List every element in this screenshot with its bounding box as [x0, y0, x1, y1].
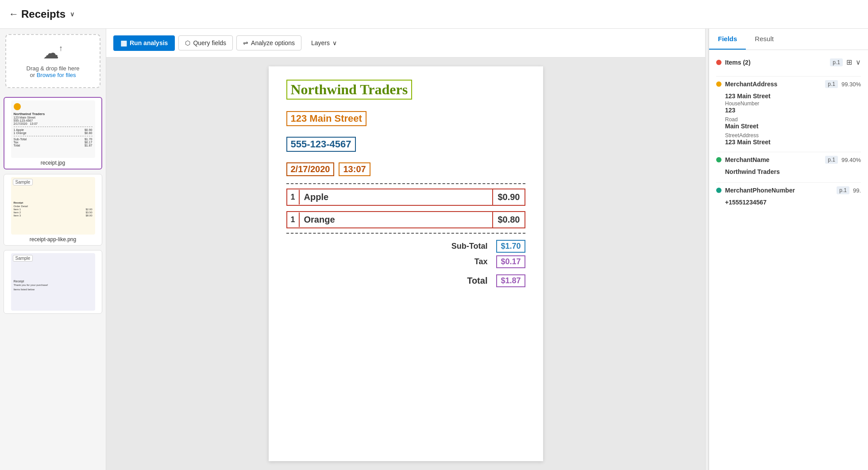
- field-dot-merchant-phone: [716, 188, 721, 193]
- sample-badge-2: Sample: [13, 255, 33, 262]
- tax-label: Tax: [434, 257, 487, 266]
- file-name-receipt: receipt.jpg: [41, 160, 65, 166]
- center-toolbar: ▦ Run analysis ⬡ Query fields ⇌ Analyze …: [106, 29, 705, 58]
- file-thumbnail-sample1: Sample Receipt Order Detail Item 1$2.00 …: [11, 177, 95, 235]
- field-name-items: Items (2): [725, 59, 826, 66]
- main-layout: ☁↑ Drag & drop file here or Browse for f…: [0, 29, 868, 470]
- field-expand-items[interactable]: ∨: [856, 58, 861, 66]
- field-header-items: Items (2) p.1 ⊞ ∨: [716, 54, 861, 70]
- tax-value: $0.17: [496, 255, 525, 268]
- title-caret-icon[interactable]: ∨: [70, 11, 74, 18]
- mini-receipt-preview: Northwind Traders 123 Main Street 555-12…: [11, 108, 95, 150]
- field-name-merchant-phone: MerchantPhoneNumber: [725, 187, 833, 194]
- file-dot: [14, 103, 21, 110]
- item-name-apple: Apple: [300, 189, 494, 205]
- field-header-merchant-address: MerchantAddress p.1 99.30%: [716, 77, 861, 92]
- receipt-item-orange: 1 Orange $0.80: [286, 211, 525, 228]
- analyze-options-button[interactable]: ⇌ Analyze options: [236, 35, 301, 50]
- file-item-receipt[interactable]: Northwind Traders 123 Main Street 555-12…: [4, 97, 102, 170]
- drop-text: Drag & drop file here: [15, 65, 91, 72]
- sub-field-road: Road Main Street: [716, 116, 861, 130]
- field-items: Items (2) p.1 ⊞ ∨: [716, 54, 861, 70]
- run-label: Run analysis: [130, 39, 168, 46]
- item-qty-2: 1: [287, 212, 300, 227]
- field-confidence-merchant-address: 99.30%: [841, 81, 861, 88]
- field-grid-icon-items[interactable]: ⊞: [846, 58, 852, 66]
- file-sidebar: ☁↑ Drag & drop file here or Browse for f…: [0, 29, 106, 470]
- dashed-separator-1: [286, 183, 525, 184]
- tab-result[interactable]: Result: [746, 29, 783, 50]
- field-name-merchant-name: MerchantName: [725, 156, 822, 163]
- file-item-sample1[interactable]: Sample Receipt Order Detail Item 1$2.00 …: [4, 174, 102, 246]
- item-price-apple: $0.90: [493, 189, 524, 205]
- field-page-merchant-name: p.1: [825, 156, 838, 164]
- field-merchant-name: MerchantName p.1 99.40% Northwind Trader…: [716, 152, 861, 176]
- center-area: ▦ Run analysis ⬡ Query fields ⇌ Analyze …: [106, 29, 705, 470]
- run-icon: ▦: [120, 39, 127, 47]
- total-label: Total: [434, 276, 487, 286]
- back-arrow-icon: ←: [9, 8, 19, 20]
- total-row: Total $1.87: [286, 274, 525, 287]
- panel-divider[interactable]: [705, 29, 709, 470]
- field-confidence-merchant-name: 99.40%: [841, 157, 861, 163]
- field-header-merchant-phone: MerchantPhoneNumber p.1 99.: [716, 183, 861, 198]
- analyze-label: Analyze options: [251, 39, 295, 46]
- field-name-merchant-address: MerchantAddress: [725, 81, 822, 88]
- header: ← Receipts ∨: [0, 0, 868, 29]
- total-value: $1.87: [496, 274, 525, 287]
- field-page-merchant-phone: p.1: [837, 186, 849, 194]
- panel-content: Items (2) p.1 ⊞ ∨ MerchantAddress p.1 99…: [709, 50, 868, 470]
- tab-fields[interactable]: Fields: [709, 29, 746, 50]
- layers-button[interactable]: Layers ∨: [305, 36, 343, 50]
- right-panel: Fields Result Items (2) p.1 ⊞ ∨ Merchan: [709, 29, 868, 470]
- field-page-merchant-address: p.1: [825, 80, 838, 88]
- receipt-datetime: 2/17/2020 13:07: [286, 162, 525, 176]
- document-area[interactable]: Northwind Traders 123 Main Street 555-12…: [106, 58, 705, 470]
- query-icon: ⬡: [185, 39, 190, 46]
- field-value-merchant-name: Northwind Traders: [716, 167, 861, 176]
- file-list: Northwind Traders 123 Main Street 555-12…: [0, 93, 106, 470]
- field-merchant-phone: MerchantPhoneNumber p.1 99. +15551234567: [716, 183, 861, 207]
- layers-caret-icon: ∨: [332, 39, 337, 46]
- file-thumbnail-receipt: Northwind Traders 123 Main Street 555-12…: [11, 100, 95, 158]
- drop-text2: or Browse for files: [15, 72, 91, 78]
- file-name-sample1: receipt-app-like.png: [30, 236, 76, 243]
- drop-zone[interactable]: ☁↑ Drag & drop file here or Browse for f…: [5, 34, 100, 88]
- run-analysis-button[interactable]: ▦ Run analysis: [113, 35, 175, 51]
- file-item-sample2[interactable]: Sample Receipt Thank you for your purcha…: [4, 250, 102, 314]
- field-value-merchant-address: 123 Main Street: [716, 92, 861, 100]
- panel-tabs: Fields Result: [709, 29, 868, 50]
- analyze-icon: ⇌: [243, 39, 248, 46]
- field-page-items: p.1: [830, 58, 843, 66]
- subtotal-value: $1.70: [496, 240, 525, 253]
- receipt-address-block: 123 Main Street: [286, 111, 525, 131]
- item-price-orange: $0.80: [493, 212, 524, 227]
- receipt-item-apple: 1 Apple $0.90: [286, 189, 525, 206]
- back-button[interactable]: ← Receipts ∨: [9, 8, 74, 20]
- cloud-upload-icon: ☁↑: [15, 44, 91, 62]
- field-value-merchant-phone: +15551234567: [716, 198, 861, 207]
- receipt-title: Northwind Traders: [286, 80, 525, 105]
- query-label: Query fields: [193, 39, 226, 46]
- field-header-merchant-name: MerchantName p.1 99.40%: [716, 152, 861, 167]
- subtotal-row: Sub-Total $1.70: [286, 240, 525, 253]
- file-thumbnail-sample2: Sample Receipt Thank you for your purcha…: [11, 253, 95, 311]
- sample-badge: Sample: [13, 179, 33, 185]
- sub-field-housenumber: HouseNumber 123: [716, 100, 861, 114]
- item-qty-1: 1: [287, 190, 300, 204]
- tax-row: Tax $0.17: [286, 255, 525, 268]
- field-dot-merchant-address: [716, 81, 721, 87]
- page-title: Receipts: [21, 8, 66, 20]
- browse-link[interactable]: Browse for files: [37, 72, 76, 78]
- receipt-phone-block: 555-123-4567: [286, 137, 525, 157]
- receipt-totals: Sub-Total $1.70 Tax $0.17 Total $1.87: [286, 240, 525, 287]
- item-name-orange: Orange: [300, 212, 494, 227]
- document-page: Northwind Traders 123 Main Street 555-12…: [269, 66, 543, 461]
- field-dot-items: [716, 60, 721, 65]
- layers-label: Layers: [311, 39, 330, 46]
- receipt-items: 1 Apple $0.90 1 Orange $0.80: [286, 189, 525, 228]
- field-confidence-merchant-phone: 99.: [853, 187, 861, 194]
- subtotal-label: Sub-Total: [434, 242, 487, 251]
- field-dot-merchant-name: [716, 157, 721, 162]
- query-fields-button[interactable]: ⬡ Query fields: [178, 35, 233, 50]
